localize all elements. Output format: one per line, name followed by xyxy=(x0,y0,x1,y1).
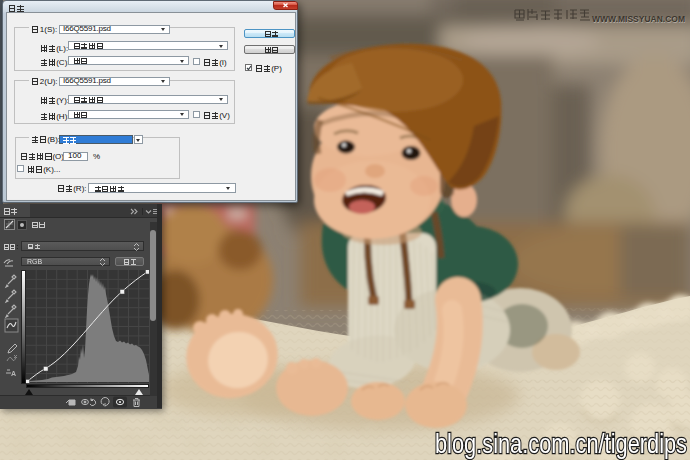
svg-text:blog.sina.com.cn/tigerdips: blog.sina.com.cn/tigerdips xyxy=(435,428,687,459)
svg-text:A: A xyxy=(11,370,16,377)
